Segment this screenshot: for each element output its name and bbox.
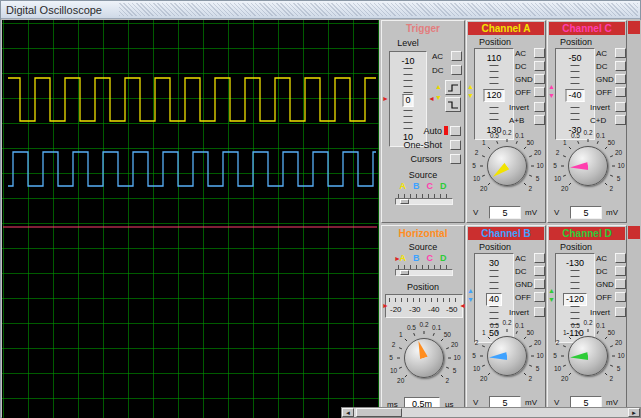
channel-c-invert-button[interactable]: [615, 102, 626, 112]
horizontal-source-slider[interactable]: [395, 265, 453, 276]
scroll-right-button[interactable]: ►: [628, 408, 640, 417]
position-down-arrow-icon[interactable]: ▼: [548, 296, 555, 303]
falling-edge-button[interactable]: [445, 97, 461, 112]
horizontal-position-slider[interactable]: -20 -30 -40 -50: [385, 294, 463, 318]
scrollbar-thumb[interactable]: [356, 408, 402, 417]
channel-a-position-slider[interactable]: 110 120 130: [474, 48, 514, 140]
svg-text:10: 10: [453, 354, 461, 361]
trigger-ac-button[interactable]: [451, 51, 462, 61]
trigger-source-slider[interactable]: [395, 194, 453, 205]
coupling-row: DC: [596, 61, 626, 71]
timebase-knob[interactable]: 20105210.50.20.150201052: [386, 320, 462, 396]
channel-a-sum-button[interactable]: [534, 115, 545, 125]
svg-text:0.2: 0.2: [419, 321, 428, 328]
channel-b-off-button[interactable]: [534, 292, 545, 302]
level-marker-right-icon[interactable]: ◄: [428, 95, 435, 102]
one-shot-label: One-Shot: [382, 140, 442, 150]
rising-edge-icon: [447, 83, 459, 93]
channel-d-gnd-button[interactable]: [615, 279, 626, 289]
coupling-row: AC: [515, 48, 545, 58]
trigger-dc-button[interactable]: [451, 65, 462, 75]
svg-text:5: 5: [617, 175, 621, 182]
channel-d-dc-button[interactable]: [615, 266, 626, 276]
channel-b-gain-knob[interactable]: 20105210.50.20.150201052: [469, 318, 545, 394]
one-shot-button[interactable]: [450, 140, 461, 150]
channel-d-ac-button[interactable]: [615, 253, 626, 263]
channel-c-dc-button[interactable]: [615, 61, 626, 71]
a-plus-b-label: A+B: [509, 116, 524, 125]
clipped-panel-title: [628, 21, 640, 34]
position-value: -120: [563, 293, 587, 306]
channel-c-sum-button[interactable]: [615, 115, 626, 125]
svg-text:10: 10: [554, 365, 562, 372]
position-up-arrow-icon[interactable]: ▲: [548, 287, 555, 294]
channel-a-ac-button[interactable]: [534, 48, 545, 58]
svg-text:20: 20: [534, 149, 542, 156]
channel-b-dc-button[interactable]: [534, 266, 545, 276]
svg-text:1: 1: [563, 139, 567, 146]
channel-c-off-button[interactable]: [615, 87, 626, 97]
falling-edge-icon: [447, 100, 459, 110]
knob-face[interactable]: [404, 338, 444, 378]
position-marker-left-icon[interactable]: ►: [382, 302, 389, 309]
position-up-arrow-icon[interactable]: ▲: [467, 83, 474, 90]
level-marker-left-icon[interactable]: ►: [382, 95, 389, 102]
scope-display: [2, 20, 379, 418]
volts-unit-label: V: [554, 208, 559, 217]
cursors-button[interactable]: [450, 154, 461, 164]
tick-label: 110: [475, 53, 513, 63]
auto-button[interactable]: [450, 126, 461, 136]
position-marker-right-icon[interactable]: ◄: [459, 302, 466, 309]
position-down-arrow-icon[interactable]: ▼: [467, 92, 474, 99]
channel-a-gnd-button[interactable]: [534, 74, 545, 84]
channel-c-position-slider[interactable]: -50 -40 -30: [555, 48, 595, 140]
svg-text:10: 10: [617, 162, 625, 169]
slider-thumb[interactable]: [400, 199, 409, 204]
channel-b-gnd-button[interactable]: [534, 279, 545, 289]
channel-b-invert-button[interactable]: [534, 307, 545, 317]
channel-a-invert-button[interactable]: [534, 102, 545, 112]
channel-d-off-button[interactable]: [615, 292, 626, 302]
tick-label: -50: [446, 305, 458, 314]
channel-c-gain-knob[interactable]: 20105210.50.20.150201052: [550, 128, 626, 204]
invert-row: Invert: [590, 102, 626, 112]
svg-text:10: 10: [473, 175, 481, 182]
coupling-row: AC: [596, 253, 626, 263]
svg-text:1: 1: [482, 329, 486, 336]
dc-label: DC: [432, 66, 444, 75]
svg-text:2: 2: [528, 375, 532, 382]
horizontal-scrollbar[interactable]: ◄ ►: [341, 407, 641, 418]
channel-c-gnd-button[interactable]: [615, 74, 626, 84]
svg-text:5: 5: [553, 162, 557, 169]
scroll-left-button[interactable]: ◄: [342, 408, 354, 417]
position-down-arrow-icon[interactable]: ▼: [467, 296, 474, 303]
svg-text:20: 20: [615, 339, 623, 346]
channel-d-invert-button[interactable]: [615, 307, 626, 317]
channel-c-title: Channel C: [549, 22, 625, 35]
position-value: -40: [565, 89, 584, 102]
scrollbar-track[interactable]: [354, 408, 628, 417]
slider-thumb[interactable]: [400, 270, 409, 275]
svg-text:20: 20: [561, 375, 569, 382]
channel-d-gain-knob[interactable]: 20105210.50.20.150201052: [550, 318, 626, 394]
channel-a-gain-knob[interactable]: 20105210.50.20.150201052: [469, 128, 545, 204]
svg-text:50: 50: [527, 139, 535, 146]
position-down-arrow-icon[interactable]: ▼: [548, 92, 555, 99]
source-d-label: D: [440, 253, 447, 263]
svg-text:20: 20: [561, 185, 569, 192]
title-bar[interactable]: Digital Oscilloscope: [1, 1, 640, 19]
position-up-arrow-icon[interactable]: ▲: [548, 83, 555, 90]
level-label: Level: [382, 38, 434, 48]
cursors-label: Cursors: [382, 154, 442, 164]
edge-up-arrow-icon[interactable]: ▲: [435, 83, 442, 90]
channel-b-ac-button[interactable]: [534, 253, 545, 263]
rising-edge-button[interactable]: [445, 80, 461, 95]
edge-down-arrow-icon[interactable]: ▼: [435, 94, 442, 101]
channel-a-off-button[interactable]: [534, 87, 545, 97]
channel-a-dc-button[interactable]: [534, 61, 545, 71]
dc-label: DC: [596, 62, 608, 71]
position-up-arrow-icon[interactable]: ▲: [467, 287, 474, 294]
svg-text:1: 1: [399, 331, 403, 338]
channel-c-ac-button[interactable]: [615, 48, 626, 58]
oscilloscope-window: Digital Oscilloscope Trigger Level -10 0…: [0, 0, 641, 418]
